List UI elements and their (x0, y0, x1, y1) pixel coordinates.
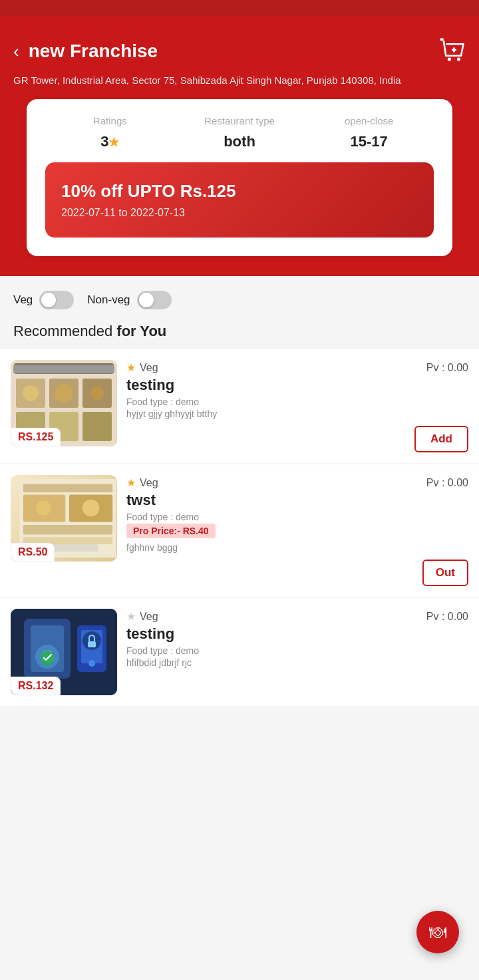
food-name-1: testing (126, 377, 468, 394)
food-category-2: Food type : demo (126, 512, 468, 522)
food-desc-1: hyjyt gjjy ghhyyjt btthy (126, 408, 468, 419)
svg-rect-0 (440, 39, 444, 41)
food-price-3: RS.132 (11, 677, 61, 695)
svg-rect-27 (50, 544, 98, 552)
food-type-1: ★ Veg (126, 361, 158, 374)
food-item: 1500 CALORIE DIET PLAN RS.125 ★ V (0, 349, 479, 463)
food-details-2: ★ Veg Pv : 0.00 twst Food type : demo Pr… (126, 475, 468, 586)
food-name-2: twst (126, 492, 468, 509)
svg-point-15 (55, 384, 73, 403)
page-title: new Franchise (29, 41, 438, 62)
food-image-wrap: RS.50 (11, 475, 117, 562)
food-details-1: ★ Veg Pv : 0.00 testing Food type : demo… (126, 360, 468, 452)
back-button[interactable]: ‹ (13, 41, 19, 62)
info-card: Ratings Restaurant type open-close 3★ bo… (27, 99, 452, 256)
food-category-1: Food type : demo (126, 397, 468, 407)
food-image-wrap: RS.132 (11, 609, 117, 695)
restaurant-type-value: both (175, 133, 305, 150)
open-close-value: 15-17 (304, 133, 434, 150)
food-name-3: testing (126, 625, 468, 643)
header: ‹ new Franchise GR Tower, Industrial Are… (0, 16, 479, 100)
svg-rect-18 (23, 484, 112, 492)
nonveg-label: Non-veg (87, 293, 130, 307)
veg-toggle[interactable] (39, 291, 74, 309)
svg-point-1 (448, 57, 451, 61)
svg-rect-21 (23, 525, 112, 535)
food-item: RS.50 ★ Veg Pv : 0.00 twst Food type : d… (0, 464, 479, 597)
veg-label: Veg (13, 293, 33, 307)
float-cart-icon: 🍽 (429, 922, 446, 943)
food-price-1: RS.125 (11, 428, 61, 446)
filters-bar: Veg Non-veg (0, 276, 479, 316)
svg-point-2 (457, 57, 460, 61)
food-pv-1: Pv : 0.00 (426, 362, 468, 374)
section-title: Recommended for You (0, 316, 479, 349)
food-list: 1500 CALORIE DIET PLAN RS.125 ★ V (0, 349, 479, 706)
open-close-label: open-close (304, 115, 434, 126)
food-item: RS.132 ★ Veg Pv : 0.00 testing Food type… (0, 598, 479, 706)
svg-rect-37 (88, 641, 96, 647)
add-button-1[interactable]: Add (414, 426, 468, 452)
out-button-2[interactable]: Out (422, 560, 468, 586)
nonveg-toggle[interactable] (137, 291, 172, 309)
promo-card: 10% off UPTO Rs.125 2022-07-11 to 2022-0… (45, 162, 434, 238)
svg-point-23 (82, 500, 99, 516)
promo-date: 2022-07-11 to 2022-07-13 (61, 207, 418, 219)
food-category-3: Food type : demo (126, 645, 468, 656)
svg-rect-13 (82, 412, 112, 441)
svg-text:1500 CALORIE DIET PLAN: 1500 CALORIE DIET PLAN (31, 367, 98, 373)
food-desc-2: fghhnv bggg (126, 542, 468, 553)
pro-price-2: Pro Price:- RS.40 (126, 524, 216, 538)
food-desc-3: hfifbdid jdbrjf rjc (126, 657, 468, 668)
food-type-2: ★ Veg (126, 476, 158, 489)
status-bar (0, 0, 479, 16)
food-price-2: RS.50 (11, 543, 55, 562)
svg-rect-6 (14, 363, 114, 374)
svg-point-14 (23, 385, 39, 401)
ratings-label: Ratings (45, 115, 175, 126)
svg-point-22 (37, 501, 51, 516)
food-pv-3: Pv : 0.00 (426, 611, 468, 623)
cart-button[interactable] (438, 36, 466, 67)
restaurant-type-label: Restaurant type (175, 115, 305, 126)
food-image-wrap: 1500 CALORIE DIET PLAN RS.125 (11, 360, 117, 446)
svg-point-16 (90, 387, 104, 400)
svg-point-35 (88, 660, 95, 667)
promo-title: 10% off UPTO Rs.125 (61, 181, 418, 202)
float-cart-button[interactable]: 🍽 (416, 911, 459, 953)
food-type-3: ★ Veg (126, 610, 158, 623)
restaurant-address: GR Tower, Industrial Area, Sector 75, Sa… (13, 73, 466, 87)
ratings-value: 3★ (45, 133, 175, 150)
food-details-3: ★ Veg Pv : 0.00 testing Food type : demo… (126, 609, 468, 675)
food-pv-2: Pv : 0.00 (426, 477, 468, 489)
